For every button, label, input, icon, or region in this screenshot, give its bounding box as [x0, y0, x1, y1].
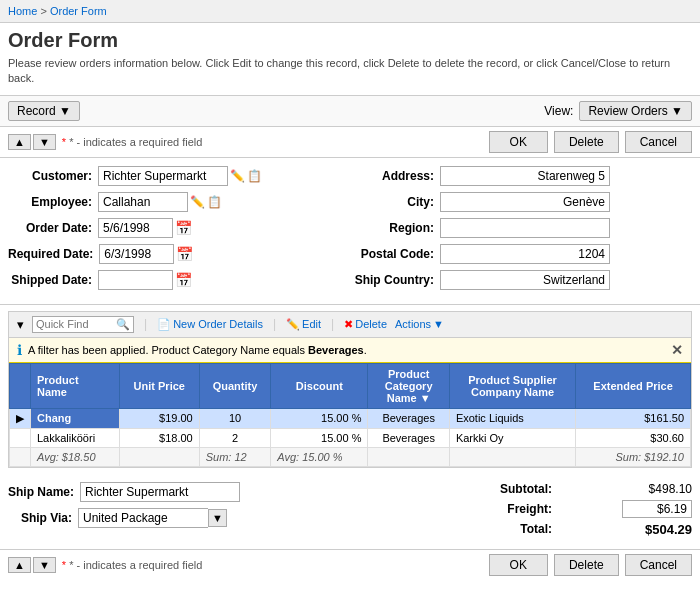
edit-button[interactable]: ✏️ Edit	[286, 318, 321, 331]
delete-icon: ✖	[344, 318, 353, 331]
bottom-ok-button[interactable]: OK	[489, 554, 548, 576]
quantity-col-header[interactable]: Quantity	[199, 363, 271, 408]
customer-label: Customer:	[8, 169, 98, 183]
nav-up-button[interactable]: ▲	[8, 134, 31, 150]
discount-cell: 15.00 %	[271, 408, 368, 428]
form-section: Customer: ✏️ 📋 Employee: ✏️ 📋 Order Date…	[0, 158, 700, 305]
nav-down-button[interactable]: ▼	[33, 134, 56, 150]
breadcrumb-current: Order Form	[50, 5, 107, 17]
city-row: City:	[350, 192, 682, 212]
shipped-date-input[interactable]	[98, 270, 173, 290]
employee-row: Employee: ✏️ 📋	[8, 192, 340, 212]
bottom-delete-button[interactable]: Delete	[554, 554, 619, 576]
sep1: |	[144, 317, 147, 331]
discount-col-header[interactable]: Discount	[271, 363, 368, 408]
city-label: City:	[350, 195, 440, 209]
order-date-calendar-icon[interactable]: 📅	[175, 220, 192, 236]
footer-sum-extended: Sum: $192.10	[576, 447, 691, 466]
required-date-calendar-icon[interactable]: 📅	[176, 246, 193, 262]
record-button[interactable]: Record ▼	[8, 101, 80, 121]
employee-edit-icon[interactable]: ✏️	[190, 195, 205, 209]
required-date-input[interactable]	[99, 244, 174, 264]
ship-via-label: Ship Via:	[8, 511, 78, 525]
supplier-col-header[interactable]: Product SupplierCompany Name	[449, 363, 575, 408]
actions-button[interactable]: Actions ▼	[395, 318, 444, 330]
breadcrumb-bar: Home > Order Form	[0, 0, 700, 23]
edit-icon: ✏️	[286, 318, 300, 331]
filter-close-button[interactable]: ✕	[671, 342, 683, 358]
nav-arrows: ▲ ▼	[8, 134, 56, 150]
unit-price-col-header[interactable]: Unit Price	[119, 363, 199, 408]
cancel-button[interactable]: Cancel	[625, 131, 692, 153]
footer-sum: Sum: 12	[199, 447, 271, 466]
ship-via-dropdown-button[interactable]: ▼	[208, 509, 227, 527]
bottom-section: Ship Name: document.querySelectorAll('[d…	[0, 474, 700, 549]
ship-via-container: ▼	[78, 508, 227, 528]
filter-message: A filter has been applied. Product Categ…	[28, 344, 367, 356]
ship-name-input[interactable]	[80, 482, 240, 502]
row-indicator	[10, 428, 31, 447]
sep3: |	[331, 317, 334, 331]
shipped-date-calendar-icon[interactable]: 📅	[175, 272, 192, 288]
ship-name-label: Ship Name:	[8, 485, 80, 499]
search-icon: 🔍	[116, 318, 130, 331]
region-label: Region:	[350, 221, 440, 235]
nav-bar: ▲ ▼ * * - indicates a required field OK …	[0, 127, 700, 158]
product-name-col-header[interactable]: ProductName	[31, 363, 120, 408]
footer-avg: Avg: $18.50	[31, 447, 120, 466]
order-date-input[interactable]	[98, 218, 173, 238]
customer-edit-icon[interactable]: ✏️	[230, 169, 245, 183]
subtotal-value: $498.10	[622, 482, 692, 496]
view-dropdown[interactable]: Review Orders ▼	[579, 101, 692, 121]
subgrid-toolbar: ▾ 🔍 | 📄 New Order Details | ✏️ Edit | ✖ …	[9, 312, 691, 338]
bottom-nav-down-button[interactable]: ▼	[33, 557, 56, 573]
employee-lookup-icon[interactable]: 📋	[207, 195, 222, 209]
breadcrumb-sep: >	[40, 5, 46, 17]
filter-bar: ℹ A filter has been applied. Product Cat…	[9, 338, 691, 363]
category-cell: Beverages	[368, 428, 449, 447]
bottom-required-note: * * - indicates a required field	[62, 559, 203, 571]
new-order-details-button[interactable]: 📄 New Order Details	[157, 318, 263, 331]
subgrid-delete-button[interactable]: ✖ Delete	[344, 318, 387, 331]
order-date-label: Order Date:	[8, 221, 98, 235]
extended-price-col-header[interactable]: Extended Price	[576, 363, 691, 408]
row-indicator: ▶	[10, 408, 31, 428]
customer-lookup-icon[interactable]: 📋	[247, 169, 262, 183]
bottom-nav-arrows: ▲ ▼	[8, 557, 56, 573]
postal-code-row: Postal Code:	[350, 244, 682, 264]
actions-chevron-icon: ▼	[433, 318, 444, 330]
total-value: $504.29	[622, 522, 692, 537]
subgrid-container: ▾ 🔍 | 📄 New Order Details | ✏️ Edit | ✖ …	[8, 311, 692, 468]
quick-find-input[interactable]	[36, 318, 116, 330]
postal-code-label: Postal Code:	[350, 247, 440, 261]
address-row: Address:	[350, 166, 682, 186]
breadcrumb-home[interactable]: Home	[8, 5, 37, 17]
ship-country-input[interactable]	[440, 270, 610, 290]
subgrid-collapse-icon[interactable]: ▾	[17, 317, 24, 332]
totals-section: Subtotal: $498.10 Freight: Total: $504.2…	[472, 482, 692, 541]
new-icon: 📄	[157, 318, 171, 331]
subtotal-label: Subtotal:	[472, 482, 552, 496]
freight-input[interactable]	[622, 500, 692, 518]
product-name-cell: Chang	[31, 408, 120, 428]
main-toolbar: Record ▼ View: Review Orders ▼	[0, 95, 700, 127]
bottom-cancel-button[interactable]: Cancel	[625, 554, 692, 576]
address-input[interactable]	[440, 166, 610, 186]
delete-button[interactable]: Delete	[554, 131, 619, 153]
table-footer-row: Avg: $18.50 Sum: 12 Avg: 15.00 % Sum: $1…	[10, 447, 691, 466]
ship-via-row: Ship Via: ▼	[8, 508, 472, 528]
ok-button[interactable]: OK	[489, 131, 548, 153]
city-input[interactable]	[440, 192, 610, 212]
bottom-nav-up-button[interactable]: ▲	[8, 557, 31, 573]
footer-avg-discount: Avg: 15.00 %	[271, 447, 368, 466]
region-input[interactable]	[440, 218, 610, 238]
postal-code-input[interactable]	[440, 244, 610, 264]
table-row[interactable]: Lakkalikööri $18.00 2 15.00 % Beverages …	[10, 428, 691, 447]
supplier-cell: Exotic Liquids	[449, 408, 575, 428]
ship-via-input[interactable]	[78, 508, 208, 528]
supplier-cell: Karkki Oy	[449, 428, 575, 447]
customer-input[interactable]	[98, 166, 228, 186]
category-col-header[interactable]: ProductCategoryName ▼	[368, 363, 449, 408]
employee-input[interactable]	[98, 192, 188, 212]
table-row[interactable]: ▶ Chang $19.00 10 15.00 % Beverages Exot…	[10, 408, 691, 428]
